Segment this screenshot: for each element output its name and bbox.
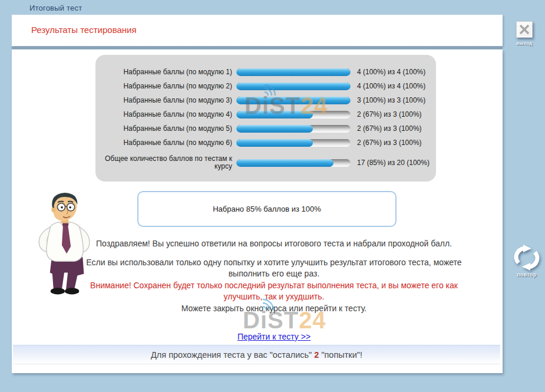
window-title: Итоговый тест [29,4,82,12]
header-panel: Результаты тестирования [12,15,503,46]
progress-fill [236,125,313,133]
progress-fill [236,159,333,167]
result-row: Общее количество баллов по тестам к курс… [100,153,436,173]
exit-button-label[interactable]: выход [511,41,537,46]
result-value: 4 (100%) из 4 (100%) [357,82,425,90]
result-label: Общее количество баллов по тестам к курс… [100,155,232,170]
repeat-button-label[interactable]: повтор [509,272,544,278]
exit-button[interactable] [516,21,533,38]
progress-fill [236,97,351,104]
goto-test-link[interactable]: Перейти к тесту >> [237,332,311,341]
page: { "window": { "title": "Итоговый тест" }… [0,0,545,392]
score-box-text: Набрано 85% баллов из 100% [213,205,321,213]
result-value: 4 (100%) из 4 (100%) [357,68,425,76]
result-label: Набранные баллы (по модулю 3) [100,97,232,104]
progress-track [236,83,351,90]
progress-track [236,111,351,118]
progress-fill [236,139,313,147]
result-label: Набранные баллы (по модулю 2) [100,83,232,90]
result-row: Набранные баллы (по модулю 1) 4 (100%) и… [100,65,436,79]
link-row: Перейти к тесту >> [82,331,465,343]
progress-fill [236,83,351,90]
result-row: Набранные баллы (по модулю 2) 4 (100%) и… [100,79,436,93]
results-panel: Набранные баллы (по модулю 1) 4 (100%) и… [95,55,436,182]
congrats-text: Поздравляем! Вы успешно ответили на вопр… [82,238,465,250]
progress-track [236,125,351,133]
attempts-suffix: "попытки"! [319,350,362,360]
refresh-arrows-icon [516,245,537,271]
result-value: 2 (67%) из 3 (100%) [357,124,422,133]
repeat-button[interactable] [511,245,542,271]
score-box: Набрано 85% баллов из 100% [137,191,397,227]
result-value: 2 (67%) из 3 (100%) [357,139,422,147]
attempts-bar: Для прохождения теста у вас "остались" 2… [13,345,500,364]
result-row: Набранные баллы (по модулю 3) 3 (100%) и… [100,93,436,107]
close-icon [517,22,532,37]
progress-fill [236,111,313,118]
progress-track [236,139,351,147]
main-panel: Набранные баллы (по модулю 1) 4 (100%) и… [12,50,503,373]
warning-text: Внимание! Сохранен будет только последни… [82,280,465,303]
attempts-prefix: Для прохождения теста у вас "остались" [151,350,314,360]
progress-track [236,159,351,167]
result-row: Набранные баллы (по модулю 4) 2 (67%) из… [100,107,436,121]
result-value: 2 (67%) из 3 (100%) [357,110,422,118]
progress-track [236,68,351,76]
result-label: Набранные баллы (по модулю 1) [100,68,232,76]
attempts-count: 2 [314,350,319,360]
progress-track [236,97,351,104]
progress-fill [236,68,351,76]
message-block: Поздравляем! Вы успешно ответили на вопр… [82,238,465,343]
result-row: Набранные баллы (по модулю 5) 2 (67%) из… [100,121,436,136]
result-label: Набранные баллы (по модулю 5) [100,125,232,133]
result-row: Набранные баллы (по модулю 6) 2 (67%) из… [100,136,436,150]
result-label: Набранные баллы (по модулю 4) [100,111,232,118]
result-label: Набранные баллы (по модулю 6) [100,139,232,147]
retry-info-text: Если вы использовали только одну попытку… [82,257,465,280]
closing-text: Можете закрыть окно курса или перейти к … [82,303,465,315]
result-value: 17 (85%) из 20 (100%) [357,159,430,167]
result-value: 3 (100%) из 3 (100%) [357,96,425,104]
page-title: Результаты тестирования [31,25,137,35]
header-divider [12,47,503,48]
